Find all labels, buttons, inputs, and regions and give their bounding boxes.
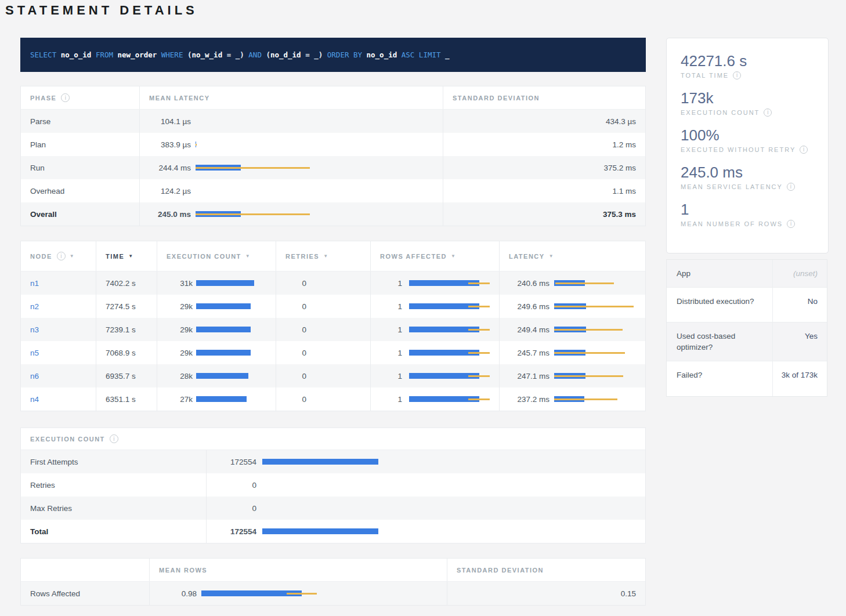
sql-token: no_d_id — [270, 50, 301, 59]
info-icon[interactable]: i — [787, 183, 795, 191]
sql-token: ASC LIMIT — [397, 50, 445, 59]
rows-affected-header-label: ROWS AFFECTED — [380, 253, 447, 260]
standard-deviation-header-label: STANDARD DEVIATION — [453, 95, 540, 102]
stat-label-text: MEAN NUMBER OF ROWS — [681, 220, 783, 227]
execution-count-value: 28k — [167, 372, 193, 381]
retries-value: 0 — [285, 395, 306, 404]
rows-stddev-value: 0.15 — [447, 582, 645, 605]
execution-count-value: 29k — [167, 325, 193, 334]
sort-arrow-icon: ▼ — [549, 253, 554, 259]
mean-bar — [196, 327, 251, 332]
latency-cell: 249.6 ms — [500, 295, 645, 318]
retries-cell: 0 — [276, 341, 371, 364]
stat-label: EXECUTED WITHOUT RETRYi — [681, 146, 814, 154]
sql-token: no_o_id — [367, 50, 397, 59]
latency-cell: 249.4 ms — [500, 318, 645, 341]
rows-affected-value: 1 — [380, 372, 402, 381]
stat-value: 42271.6 s — [681, 52, 814, 70]
info-icon[interactable]: i — [800, 146, 808, 154]
bar-chart — [196, 350, 266, 356]
bar-chart — [554, 280, 636, 286]
mean-latency-value: 104.1 µs — [149, 117, 191, 126]
phase-mean-latency-cell: 245.0 ms — [140, 202, 443, 226]
mean-bar — [262, 528, 378, 534]
exec-row-label: Total — [21, 520, 207, 543]
mean-bar — [196, 303, 251, 309]
node-header-retries[interactable]: RETRIES▼ — [276, 241, 371, 271]
rows-header-standard-deviation: STANDARD DEVIATION — [447, 559, 645, 581]
bar-chart — [196, 280, 266, 286]
sort-arrow-icon: ▼ — [323, 253, 328, 259]
rows-affected-cell: 1 — [371, 387, 500, 411]
stat-value: 100% — [681, 126, 814, 144]
detail-value: (unset) — [773, 260, 827, 287]
bar-chart — [409, 350, 490, 356]
sort-arrow-icon: ▼ — [451, 253, 456, 259]
info-icon[interactable]: i — [57, 252, 66, 260]
phase-stddev-value: 375.3 ms — [443, 202, 645, 226]
sql-token: ( — [187, 50, 192, 59]
retries-cell: 0 — [276, 271, 371, 295]
exec-count-value: 0 — [216, 481, 256, 490]
rows-header-mean-rows: MEAN ROWS — [150, 559, 447, 581]
time-value: 7402.2 s — [96, 271, 157, 295]
rows-affected-cell: 1 — [371, 271, 500, 295]
info-icon[interactable]: i — [61, 93, 70, 102]
stddev-line — [468, 375, 490, 377]
summary-stat: 173kEXECUTION COUNTi — [681, 89, 814, 117]
execution-count-value: 29k — [167, 302, 193, 311]
phase-header-mean-latency: MEAN LATENCY — [140, 86, 443, 109]
sql-token: SELECT — [30, 50, 61, 59]
page-title: STATEMENT DETAILS — [5, 3, 198, 18]
node-header-latency[interactable]: LATENCY▼ — [500, 241, 645, 271]
exec-row: Max Retries0 — [21, 497, 645, 520]
phase-stddev-value: 434.3 µs — [443, 110, 645, 133]
bar-chart — [409, 396, 490, 402]
sql-token: = _) — [301, 50, 327, 59]
info-icon[interactable]: i — [764, 108, 772, 117]
info-icon[interactable]: i — [787, 220, 795, 228]
bar-chart — [196, 188, 433, 194]
node-cell: n3 — [21, 318, 96, 341]
info-icon[interactable]: i — [110, 434, 118, 443]
node-link[interactable]: n5 — [30, 349, 39, 357]
mean-latency-value: 383.9 µs — [149, 140, 191, 149]
mean-bar — [196, 280, 254, 286]
stat-label: EXECUTION COUNTi — [681, 108, 814, 117]
retries-value: 0 — [285, 302, 306, 311]
node-link[interactable]: n2 — [30, 302, 39, 311]
execution-count-title: EXECUTION COUNTi — [21, 428, 645, 450]
phase-mean-latency-cell: 124.2 µs — [140, 179, 443, 202]
node-link[interactable]: n1 — [30, 279, 39, 288]
detail-label: Distributed execution? — [667, 288, 773, 322]
node-header-execution-count[interactable]: EXECUTION COUNT▼ — [157, 241, 276, 271]
node-link[interactable]: n4 — [30, 395, 39, 404]
bar-chart — [554, 327, 636, 332]
phase-row: Plan383.9 µs1.2 ms — [21, 133, 645, 156]
rows-header-empty — [21, 559, 150, 581]
stddev-line — [554, 306, 634, 307]
stddev-line — [555, 282, 614, 284]
bar-chart — [196, 211, 433, 217]
bar-chart — [409, 373, 490, 379]
latency-cell: 240.6 ms — [500, 271, 645, 295]
mean-bar — [262, 459, 378, 465]
node-header-time[interactable]: TIME▼ — [96, 241, 157, 271]
bar-chart — [196, 373, 266, 379]
bar-chart — [554, 350, 636, 356]
retries-cell: 0 — [276, 387, 371, 411]
stat-value: 245.0 ms — [681, 164, 814, 181]
stddev-line — [554, 375, 623, 377]
execution-count-title-label: EXECUTION COUNT — [30, 436, 105, 443]
info-icon[interactable]: i — [733, 71, 741, 79]
phase-mean-latency-cell: 244.4 ms — [140, 156, 443, 179]
bar-chart — [262, 505, 636, 511]
retries-header-label: RETRIES — [285, 253, 319, 260]
node-link[interactable]: n3 — [30, 325, 39, 334]
stddev-line — [196, 144, 197, 146]
stddev-line — [468, 352, 490, 354]
node-header-rows-affected[interactable]: ROWS AFFECTED▼ — [371, 241, 500, 271]
node-link[interactable]: n6 — [30, 372, 39, 381]
bar-chart — [554, 373, 636, 379]
node-header-node[interactable]: NODEi▼ — [21, 241, 96, 271]
